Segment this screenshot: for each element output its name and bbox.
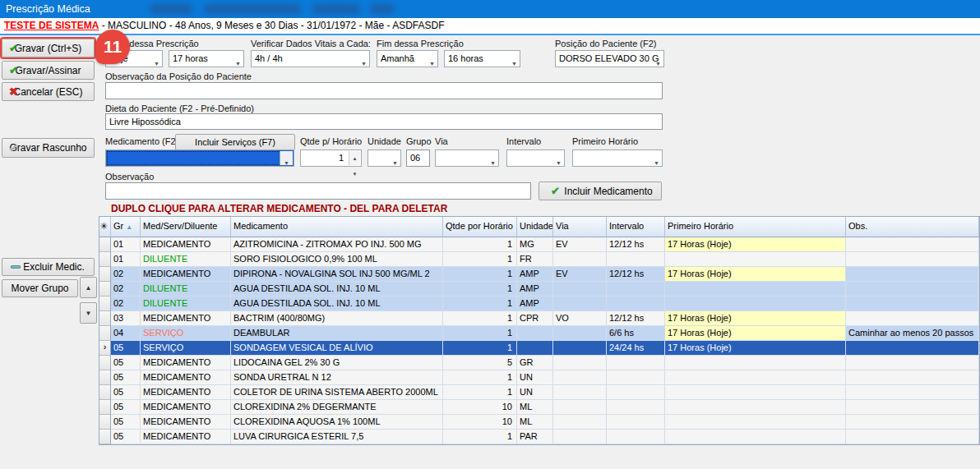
group-input[interactable]: 06 <box>406 149 430 167</box>
end-day-select[interactable]: Amanhã ▼ <box>377 50 438 67</box>
diet-input[interactable]: Livre Hipossódica <box>105 113 663 130</box>
move-group-up-button[interactable]: ▲ <box>80 277 97 298</box>
cell-interval: 12/12 hs <box>607 311 665 326</box>
down-arrow-icon: ▼ <box>86 310 92 317</box>
cell-type: SERVIÇO <box>141 326 231 341</box>
cell-group: 01 <box>111 252 141 267</box>
group-label: Grupo <box>406 136 432 146</box>
table-row[interactable]: 03MEDICAMENTOBACTRIM (400/80MG)1CPRVO12/… <box>99 311 979 326</box>
qty-per-time-label: Qtde p/ Horário <box>300 136 362 146</box>
cell-via: EV <box>553 237 607 252</box>
table-row[interactable]: 05MEDICAMENTOLUVA CIRURGICA ESTERIL 7,51… <box>99 430 979 444</box>
prescription-window: Prescrição Médica TESTE DE SISTEMA - MAS… <box>0 0 980 469</box>
table-row[interactable]: 05MEDICAMENTOLIDOCAINA GEL 2% 30 G5GR <box>99 356 979 370</box>
grid-hint-text: DUPLO CLIQUE PARA ALTERAR MEDICAMENTO - … <box>111 203 447 214</box>
cell-quantity: 1 <box>443 326 517 341</box>
row-selector <box>99 415 111 430</box>
chevron-down-icon: ▼ <box>511 56 517 67</box>
table-row[interactable]: 02DILUENTEAGUA DESTILADA SOL. INJ. 10 ML… <box>99 282 979 297</box>
cell-type: DILUENTE <box>141 297 231 311</box>
save-button[interactable]: ✔ Gravar (Ctrl+S) <box>2 39 95 57</box>
grid-options-icon[interactable]: ✳ <box>99 217 111 237</box>
save-sign-button[interactable]: ✔ Gravar/Assinar <box>2 61 95 80</box>
column-header-intervalo[interactable]: Intervalo <box>607 217 665 237</box>
redacted-text <box>370 4 395 14</box>
table-row[interactable]: 05MEDICAMENTOCOLETOR DE URINA SISTEMA AB… <box>99 385 979 400</box>
start-time-select[interactable]: 17 horas ▼ <box>169 50 244 67</box>
table-row[interactable]: 05MEDICAMENTOSONDA URETRAL N 121UN <box>99 370 979 385</box>
position-observation-input[interactable] <box>105 82 663 99</box>
table-row[interactable]: 05MEDICAMENTOCLOREXIDINA AQUOSA 1% 100ML… <box>99 415 979 430</box>
patient-position-value: DORSO ELEVADO 30 G <box>559 53 659 63</box>
via-select[interactable]: ▼ <box>435 149 499 167</box>
cell-first-time <box>665 356 846 370</box>
table-row[interactable]: 01DILUENTESORO FISIOLOGICO 0,9% 100 ML1F… <box>99 252 979 267</box>
redacted-text <box>150 4 192 14</box>
redacted-text <box>312 4 360 14</box>
move-group-button[interactable]: Mover Grupo <box>2 279 78 297</box>
save-sign-button-label: Gravar/Assinar <box>15 65 81 76</box>
column-header-unidade[interactable]: Unidade <box>517 217 553 237</box>
sort-asc-icon: ▲ <box>126 223 132 231</box>
delete-medication-button[interactable]: Excluir Medic. <box>2 258 95 276</box>
observation-input[interactable] <box>105 182 531 200</box>
cell-group: 05 <box>111 370 141 385</box>
include-services-button[interactable]: Incluir Serviços (F7) <box>175 134 295 150</box>
cell-medication: SONDA URETRAL N 12 <box>231 370 443 385</box>
quantity-stepper[interactable]: 1 ▲ ▼ <box>300 149 362 167</box>
cell-via <box>553 252 607 267</box>
position-observation-label: Observação da Posição do Paciente <box>105 71 252 81</box>
column-header-medicamento[interactable]: Medicamento <box>231 217 443 237</box>
chevron-down-icon: ▼ <box>490 155 496 167</box>
up-arrow-icon: ▲ <box>353 151 358 167</box>
unit-select[interactable]: ▼ <box>368 149 401 167</box>
move-group-down-button[interactable]: ▼ <box>80 302 97 324</box>
column-header-qtde-por-hor-rio[interactable]: Qtde por Horário <box>443 217 517 237</box>
row-selector <box>99 297 111 311</box>
table-row[interactable]: 02MEDICAMENTODIPIRONA - NOVALGINA SOL IN… <box>99 267 979 282</box>
cancel-button[interactable]: ✖ Cancelar (ESC) <box>2 82 95 101</box>
vitals-interval-select[interactable]: 4h / 4h ▼ <box>251 50 370 67</box>
save-draft-button[interactable]: ✔ Gravar Rascunho <box>2 138 95 158</box>
row-selector <box>99 237 111 252</box>
cell-obs <box>846 370 979 385</box>
cell-unit: FR <box>517 252 553 267</box>
column-header-obs[interactable]: Obs. <box>846 217 979 237</box>
table-row[interactable]: ›05SERVIÇOSONDAGEM VESICAL DE ALÍVIO124/… <box>99 341 979 356</box>
end-time-select[interactable]: 16 horas ▼ <box>444 50 520 67</box>
cell-unit: CPR <box>517 311 553 326</box>
table-row[interactable]: 01MEDICAMENTOAZITROMICINA - ZITROMAX PO … <box>99 237 979 252</box>
include-medication-button[interactable]: ✔ Incluir Medicamento <box>539 182 662 200</box>
cell-obs: Caminhar ao menos 20 passos <box>846 326 979 341</box>
cell-group: 05 <box>111 356 141 370</box>
cell-medication: AGUA DESTILADA SOL. INJ. 10 ML <box>231 282 443 297</box>
column-header-via[interactable]: Via <box>553 217 607 237</box>
cell-first-time <box>665 252 846 267</box>
table-row[interactable]: 02DILUENTEAGUA DESTILADA SOL. INJ. 10 ML… <box>99 297 979 311</box>
patient-test-label: TESTE DE SISTEMA <box>4 20 99 31</box>
cell-interval: 12/12 hs <box>607 237 665 252</box>
cell-quantity: 10 <box>443 400 517 415</box>
table-row[interactable]: 04SERVIÇODEAMBULAR16/6 hs17 Horas (Hoje)… <box>99 326 979 341</box>
table-row[interactable]: 05MEDICAMENTOCLOREXIDINA 2% DEGERMANTE10… <box>99 400 979 415</box>
row-selector <box>99 370 111 385</box>
row-selector <box>99 282 111 297</box>
patient-position-select[interactable]: DORSO ELEVADO 30 G ▼ <box>555 50 664 67</box>
cell-interval <box>607 252 665 267</box>
stepper-arrows[interactable]: ▲ ▼ <box>349 151 360 165</box>
cell-obs <box>846 430 979 444</box>
interval-select[interactable]: ▼ <box>506 149 565 167</box>
first-time-select[interactable]: ▼ <box>572 149 663 167</box>
cell-unit <box>517 341 553 356</box>
cell-unit: AMP <box>517 267 553 282</box>
column-header-primeiro-hor-rio[interactable]: Primeiro Horário <box>665 217 846 237</box>
cell-interval: 12/12 hs <box>607 267 665 282</box>
column-header-gr[interactable]: Gr▲ <box>111 217 141 237</box>
column-header-med-serv-diluente[interactable]: Med/Serv/Diluente <box>141 217 231 237</box>
medication-select[interactable]: ▼ <box>105 149 294 167</box>
chevron-down-icon[interactable]: ▼ <box>280 151 293 165</box>
cell-first-time <box>665 430 846 444</box>
cell-type: MEDICAMENTO <box>141 237 231 252</box>
cell-interval <box>607 282 665 297</box>
cell-quantity: 5 <box>443 356 517 370</box>
